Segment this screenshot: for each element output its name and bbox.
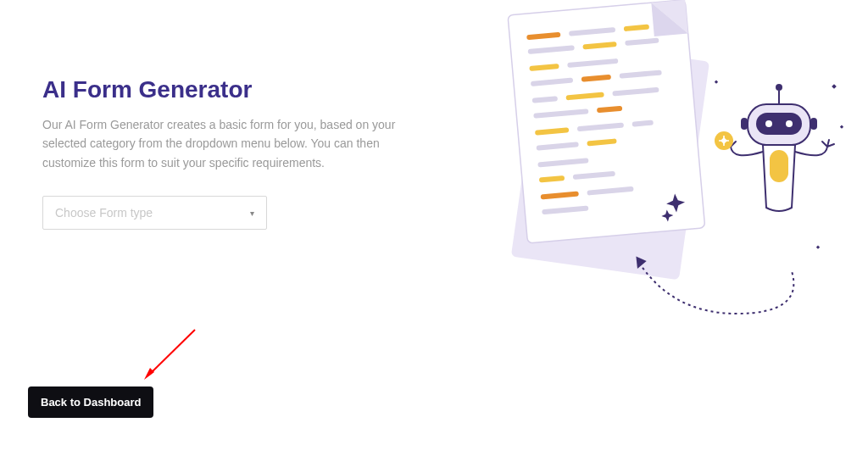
svg-rect-38 [770, 150, 788, 182]
svg-rect-40 [832, 84, 837, 89]
content-panel: AI Form Generator Our AI Form Generator … [42, 64, 407, 230]
svg-rect-42 [715, 81, 718, 84]
svg-marker-45 [144, 368, 154, 380]
svg-line-44 [149, 330, 195, 375]
svg-rect-36 [741, 118, 748, 130]
svg-rect-37 [810, 118, 817, 130]
svg-point-35 [786, 120, 793, 127]
svg-point-34 [765, 120, 772, 127]
back-to-dashboard-button[interactable]: Back to Dashboard [28, 386, 153, 418]
svg-rect-43 [816, 246, 820, 249]
page-description: Our AI Form Generator creates a basic fo… [42, 115, 398, 172]
chevron-down-icon: ▾ [250, 209, 254, 218]
form-type-dropdown[interactable]: Choose Form type ▾ [42, 196, 267, 230]
annotation-arrow-icon [142, 325, 202, 388]
svg-point-31 [776, 84, 782, 91]
dropdown-placeholder: Choose Form type [55, 206, 153, 220]
document-robot-illustration [427, 0, 851, 339]
page-title: AI Form Generator [42, 76, 407, 103]
svg-rect-41 [840, 125, 843, 129]
svg-rect-33 [756, 113, 802, 135]
